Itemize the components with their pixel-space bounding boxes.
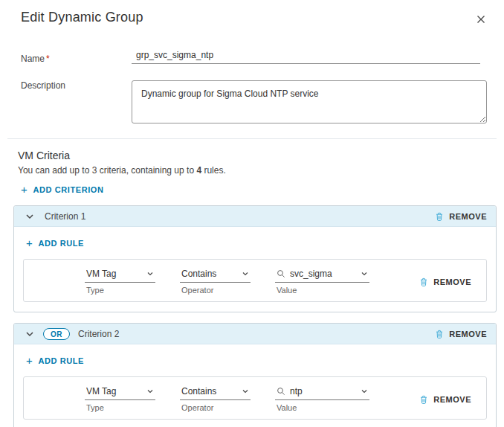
rule-row: VM Tag Type Contains Operator xyxy=(23,259,487,302)
add-criterion-button[interactable]: + ADD CRITERION xyxy=(21,185,104,194)
rule-value-field: ntp Value xyxy=(275,386,369,412)
chevron-down-icon xyxy=(242,270,249,277)
rule-operator-select[interactable]: Contains xyxy=(180,386,251,400)
plus-icon: + xyxy=(21,186,28,193)
rule-type-select[interactable]: VM Tag xyxy=(85,386,155,400)
remove-rule-button[interactable]: REMOVE xyxy=(419,394,471,405)
add-rule-button[interactable]: + ADD RULE xyxy=(26,239,84,248)
rule-type-field: VM Tag Type xyxy=(85,386,155,412)
chevron-down-icon[interactable] xyxy=(25,329,35,339)
close-icon[interactable] xyxy=(473,11,489,30)
chevron-down-icon xyxy=(146,270,154,277)
vm-criteria-subtitle: You can add up to 3 criteria, containing… xyxy=(18,165,504,176)
rule-value-combobox[interactable]: ntp xyxy=(275,386,369,400)
plus-icon: + xyxy=(26,240,33,247)
remove-criterion-1-button[interactable]: REMOVE xyxy=(434,211,487,222)
edit-dynamic-group-dialog: Edit Dynamic Group Name* Description Dyn… xyxy=(0,0,504,427)
vm-criteria-section: VM Criteria You can add up to 3 criteria… xyxy=(0,139,504,427)
rule-operator-field: Contains Operator xyxy=(180,269,251,295)
dialog-header: Edit Dynamic Group xyxy=(0,10,504,30)
name-row: Name* xyxy=(0,50,504,64)
criterion-1-title: Criterion 1 xyxy=(45,211,85,222)
criterion-2-title: Criterion 2 xyxy=(78,329,119,339)
chevron-down-icon xyxy=(361,388,368,395)
rule-type-field: VM Tag Type xyxy=(85,269,155,295)
rule-row: VM Tag Type Contains Operator xyxy=(23,376,487,420)
operator-label: Operator xyxy=(180,286,251,295)
description-textarea[interactable]: Dynamic group for Sigma Cloud NTP servic… xyxy=(132,80,487,123)
rule-value-field: svc_sigma Value xyxy=(275,269,369,295)
rule-type-select[interactable]: VM Tag xyxy=(85,269,155,283)
chevron-down-icon xyxy=(146,388,154,395)
description-label: Description xyxy=(21,80,132,91)
chevron-down-icon xyxy=(361,270,368,277)
rule-fields: VM Tag Type Contains Operator xyxy=(85,269,369,295)
value-label: Value xyxy=(275,403,369,412)
criterion-panel-2: OR Criterion 2 REMOVE + ADD RULE xyxy=(13,323,497,427)
criterion-2-body: + ADD RULE VM Tag Type xyxy=(14,344,496,427)
remove-rule-button[interactable]: REMOVE xyxy=(419,277,471,287)
rule-fields: VM Tag Type Contains Operator xyxy=(85,386,369,412)
criterion-panel-1: Criterion 1 REMOVE + ADD RULE xyxy=(13,205,497,312)
vm-criteria-heading: VM Criteria xyxy=(18,150,504,161)
remove-criterion-2-button[interactable]: REMOVE xyxy=(434,329,487,339)
criterion-1-body: + ADD RULE VM Tag Type xyxy=(14,227,496,312)
criterion-2-header[interactable]: OR Criterion 2 REMOVE xyxy=(14,324,496,344)
name-label: Name* xyxy=(21,54,132,64)
chevron-down-icon xyxy=(242,388,249,395)
trash-icon xyxy=(419,277,429,287)
value-label: Value xyxy=(275,286,369,295)
rule-operator-field: Contains Operator xyxy=(180,386,251,412)
description-row: Description Dynamic group for Sigma Clou… xyxy=(0,80,504,123)
rule-operator-select[interactable]: Contains xyxy=(180,269,251,283)
name-input[interactable] xyxy=(132,50,480,64)
criterion-1-header[interactable]: Criterion 1 REMOVE xyxy=(14,206,496,227)
trash-icon xyxy=(419,394,429,405)
search-icon xyxy=(277,269,285,278)
or-operator-badge: OR xyxy=(43,328,70,340)
search-icon xyxy=(277,387,285,396)
type-label: Type xyxy=(85,403,155,412)
trash-icon xyxy=(434,329,445,339)
type-label: Type xyxy=(85,286,155,295)
rule-value-combobox[interactable]: svc_sigma xyxy=(275,269,369,283)
required-asterisk: * xyxy=(46,54,50,64)
chevron-down-icon[interactable] xyxy=(25,211,35,222)
operator-label: Operator xyxy=(180,403,251,412)
plus-icon: + xyxy=(26,357,33,365)
trash-icon xyxy=(434,211,445,222)
add-rule-button[interactable]: + ADD RULE xyxy=(26,356,84,365)
page-title: Edit Dynamic Group xyxy=(21,10,143,25)
